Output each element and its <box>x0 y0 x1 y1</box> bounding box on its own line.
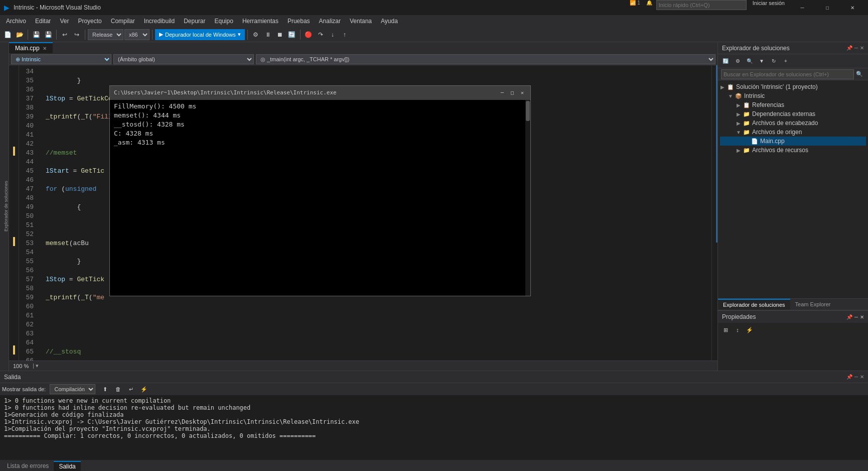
step-into-btn[interactable]: ↓ <box>327 29 338 40</box>
open-btn[interactable]: 📂 <box>14 29 25 40</box>
prop-sort-btn[interactable]: ↕ <box>732 324 743 335</box>
header-minimize-icon[interactable]: ─ <box>854 45 858 51</box>
redo-btn[interactable]: ↪ <box>71 29 82 40</box>
menu-proyecto[interactable]: Proyecto <box>74 15 105 27</box>
menu-depurar[interactable]: Depurar <box>180 15 209 27</box>
console-close-btn[interactable]: ✕ <box>518 89 526 97</box>
step-over-btn[interactable]: ↷ <box>315 29 326 40</box>
tree-project[interactable]: ▼ 📦 Intrinsic <box>720 91 866 100</box>
tree-maincpp[interactable]: 📄 Main.cpp <box>720 137 866 146</box>
zoom-level[interactable]: 100 % <box>13 363 29 369</box>
tab-close-icon[interactable]: ✕ <box>43 46 47 51</box>
tab-error-list[interactable]: Lista de errores <box>2 461 54 471</box>
tree-src-expand[interactable]: ▼ <box>736 130 741 135</box>
pause-btn[interactable]: ⏸ <box>262 29 273 40</box>
indicator-54 <box>9 246 19 255</box>
maximize-button[interactable]: □ <box>816 0 839 15</box>
tree-ext-expand[interactable]: ▶ <box>736 111 741 117</box>
menu-equipo[interactable]: Equipo <box>211 15 237 27</box>
menu-ventana[interactable]: Ventana <box>346 15 376 27</box>
output-source-select[interactable]: Compilación <box>50 384 95 394</box>
menu-archivo[interactable]: Archivo <box>2 15 30 27</box>
window-controls: 📶 1 🔔 Iniciar sesión ─ □ ✕ <box>628 0 864 15</box>
header-close-icon[interactable]: ✕ <box>860 45 864 51</box>
lnum-53: 53 <box>19 239 38 248</box>
indicator-46 <box>9 174 19 183</box>
console-minimize-btn[interactable]: ─ <box>498 89 506 97</box>
out-pin-icon[interactable]: 📌 <box>846 374 852 380</box>
step-out-btn[interactable]: ↑ <box>339 29 350 40</box>
nav-fn-select[interactable]: ◎ _tmain(int argc, _TCHAR * argv[]) <box>256 54 715 64</box>
console-maximize-btn[interactable]: □ <box>508 89 516 97</box>
out-close-icon[interactable]: ✕ <box>860 374 864 380</box>
code-container: 34 35 36 37 38 39 40 41 42 43 44 45 46 4… <box>9 65 717 361</box>
indicator-40 <box>9 120 19 129</box>
sol-properties-btn[interactable]: ⚙ <box>732 56 743 67</box>
tree-references[interactable]: ▶ 📋 Referencias <box>720 100 866 109</box>
menu-pruebas[interactable]: Pruebas <box>283 15 314 27</box>
tab-main-cpp[interactable]: Main.cpp ✕ <box>9 42 53 53</box>
console-scrollbar-v[interactable] <box>525 100 530 296</box>
pin-icon[interactable]: 📌 <box>846 45 852 51</box>
editor-scrollbar-v[interactable] <box>711 65 717 361</box>
tree-external-deps[interactable]: ▶ 📁 Dependencias externas <box>720 109 866 119</box>
close-button[interactable]: ✕ <box>841 0 864 15</box>
sol-refresh-btn[interactable]: ↻ <box>768 56 779 67</box>
attach-btn[interactable]: ⚙ <box>250 29 261 40</box>
nav-class-select[interactable]: ⊕ Intrinsic <box>11 54 111 64</box>
quick-launch-input[interactable] <box>656 0 747 10</box>
restart-btn[interactable]: 🔄 <box>286 29 298 40</box>
menu-incredibuild[interactable]: Incredi­build <box>140 15 179 27</box>
prop-filter-btn[interactable]: ⚡ <box>744 324 755 335</box>
nav-scope-select[interactable]: (Ámbito global) <box>113 54 254 64</box>
lnum-52: 52 <box>19 230 38 239</box>
minimize-button[interactable]: ─ <box>791 0 814 15</box>
sol-sync-btn[interactable]: 🔄 <box>720 56 731 67</box>
tree-project-expand[interactable]: ▼ <box>728 93 733 99</box>
sol-filter-btn[interactable]: 🔍 <box>744 56 755 67</box>
prop-minimize-icon[interactable]: ─ <box>854 314 858 320</box>
out-filter-btn[interactable]: ⚡ <box>138 384 150 395</box>
save-btn[interactable]: 💾 <box>31 29 42 40</box>
tree-solution-expand[interactable]: ▶ <box>720 84 725 90</box>
sol-new-btn[interactable]: + <box>780 56 791 67</box>
tab-output[interactable]: Salida <box>54 461 80 471</box>
console-line-1: memset(): 4344 ms <box>114 111 521 120</box>
tree-res-expand[interactable]: ▶ <box>736 148 741 153</box>
undo-btn[interactable]: ↩ <box>59 29 70 40</box>
menu-compilar[interactable]: Compilar <box>107 15 139 27</box>
tree-source[interactable]: ▼ 📁 Archivos de origen <box>720 128 866 137</box>
tree-solution[interactable]: ▶ 📋 Solución 'Intrinsic' (1 proyecto) <box>720 82 866 91</box>
prop-grid-btn[interactable]: ⊞ <box>720 324 731 335</box>
tab-team-explorer[interactable]: Team Explorer <box>790 299 836 310</box>
platform-select[interactable]: x86 <box>124 29 150 40</box>
tree-hdr-expand[interactable]: ▶ <box>736 121 741 126</box>
solution-tree: ▶ 📋 Solución 'Intrinsic' (1 proyecto) ▼ … <box>718 80 868 298</box>
sol-collapse-btn[interactable]: ▼ <box>756 56 767 67</box>
sign-in-label[interactable]: Iniciar sesión <box>749 0 789 15</box>
tab-solution-explorer[interactable]: Explorador de soluciones <box>718 299 790 310</box>
out-wordwrap-btn[interactable]: ↵ <box>125 384 136 395</box>
out-clear-btn[interactable]: 🗑 <box>112 384 123 395</box>
menu-editar[interactable]: Editar <box>31 15 55 27</box>
stop-btn[interactable]: ⏹ <box>274 29 285 40</box>
tree-ref-expand[interactable]: ▶ <box>736 102 741 108</box>
breakpoint-btn[interactable]: 🔴 <box>303 29 314 40</box>
debug-run-btn[interactable]: ▶ Depurador local de Windows ▾ <box>155 29 245 40</box>
out-minimize-icon[interactable]: ─ <box>854 374 858 380</box>
menu-ver[interactable]: Ver <box>56 15 73 27</box>
solution-search-input[interactable] <box>721 69 854 79</box>
save-all-btn[interactable]: 💾 <box>43 29 54 40</box>
configuration-select[interactable]: Release <box>88 29 123 40</box>
menu-analizar[interactable]: Analizar <box>315 15 345 27</box>
out-scroll-btn[interactable]: ⬆ <box>99 384 110 395</box>
tree-resources[interactable]: ▶ 📁 Archivos de recursos <box>720 146 866 155</box>
console-title-bar[interactable]: C:\Users\Javier~1\Desktop\Intrinsic\Intr… <box>110 86 530 100</box>
menu-herramientas[interactable]: Herramientas <box>238 15 282 27</box>
prop-pin-icon[interactable]: 📌 <box>846 314 852 320</box>
output-content[interactable]: 1> 0 functions were new in current compi… <box>0 395 868 460</box>
tree-headers[interactable]: ▶ 📁 Archivos de encabezado <box>720 119 866 128</box>
menu-ayuda[interactable]: Ayuda <box>377 15 402 27</box>
prop-close-icon[interactable]: ✕ <box>860 314 864 320</box>
new-file-btn[interactable]: 📄 <box>2 29 13 40</box>
